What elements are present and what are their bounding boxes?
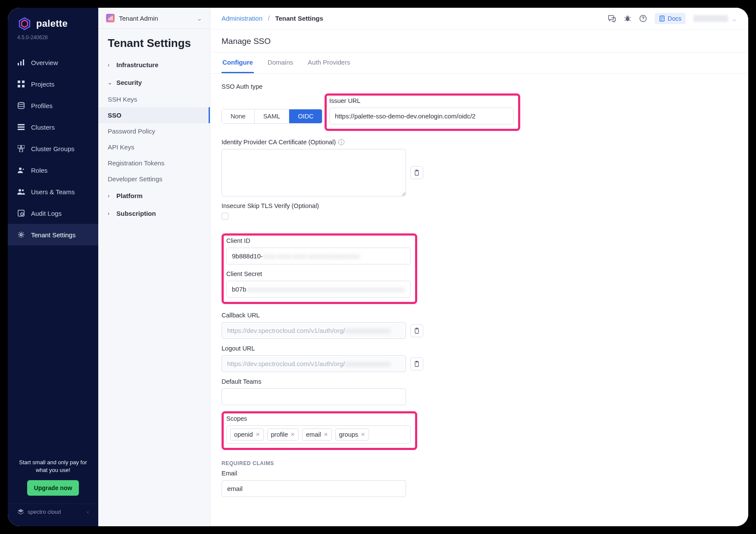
default-teams-label: Default Teams <box>222 378 737 385</box>
chart-icon <box>17 59 25 66</box>
chevron-left-icon: ‹ <box>87 509 89 515</box>
chevron-down-icon: ⌄ <box>731 15 737 23</box>
docs-link[interactable]: Docs <box>655 13 686 24</box>
scopes-label: Scopes <box>226 415 411 422</box>
copy-ca-button[interactable] <box>410 166 423 179</box>
auth-type-none[interactable]: None <box>222 109 255 123</box>
chat-icon[interactable] <box>607 14 616 23</box>
tenant-scope-selector[interactable]: Tenant Admin ⌄ <box>98 8 210 29</box>
main-content: Administration / Tenant Settings Docs ⌄ … <box>210 8 748 526</box>
security-api-keys[interactable]: API Keys <box>98 139 210 155</box>
copy-callback-button[interactable] <box>410 324 423 337</box>
client-secret-label: Client Secret <box>226 270 411 277</box>
svg-point-19 <box>22 189 24 191</box>
footer-brand-label: spectro cloud <box>28 509 61 515</box>
nav-tenant-settings[interactable]: Tenant Settings <box>8 224 98 245</box>
nav-label: Users & Teams <box>31 188 75 196</box>
svg-point-28 <box>643 20 644 21</box>
database-icon <box>17 102 25 109</box>
nav-clusters[interactable]: Clusters <box>8 116 98 138</box>
client-id-label: Client ID <box>226 237 411 244</box>
user-menu[interactable]: ⌄ <box>694 15 737 23</box>
nav-projects[interactable]: Projects <box>8 73 98 95</box>
nav-profiles[interactable]: Profiles <box>8 95 98 116</box>
copy-logout-button[interactable] <box>410 357 423 370</box>
security-developer-settings[interactable]: Developer Settings <box>98 171 210 187</box>
svg-point-26 <box>626 17 629 21</box>
section-platform[interactable]: ›Platform <box>98 187 210 205</box>
section-subscription[interactable]: ›Subscription <box>98 205 210 222</box>
primary-nav: Overview Projects Profiles Clusters Clus… <box>8 52 98 245</box>
info-icon[interactable]: i <box>338 139 344 145</box>
scope-tag: groups✕ <box>335 428 369 441</box>
settings-sidebar: Tenant Admin ⌄ Tenant Settings ›Infrastr… <box>98 8 210 526</box>
issuer-url-input[interactable] <box>329 108 514 124</box>
email-claim-input[interactable] <box>222 480 406 497</box>
brand-logo: palette <box>8 15 98 34</box>
svg-rect-7 <box>18 85 20 87</box>
remove-tag-icon[interactable]: ✕ <box>361 432 365 438</box>
security-password-policy[interactable]: Password Policy <box>98 123 210 139</box>
logout-url-input[interactable]: https://dev.spectrocloud.com/v1/auth/org… <box>222 355 406 372</box>
callback-url-input[interactable]: https://dev.spectrocloud.com/v1/auth/org… <box>222 322 406 339</box>
upgrade-button[interactable]: Upgrade now <box>27 480 79 496</box>
remove-tag-icon[interactable]: ✕ <box>324 432 328 438</box>
remove-tag-icon[interactable]: ✕ <box>256 432 260 438</box>
svg-rect-25 <box>112 16 112 20</box>
client-secret-input[interactable]: b07bxxxxxxxxxxxxxxxxxxxxxxxxxxxxxxxxxxxx… <box>226 281 411 298</box>
svg-point-9 <box>18 102 24 105</box>
footer-brand[interactable]: spectro cloud ‹ <box>8 503 98 519</box>
nav-label: Clusters <box>31 124 55 131</box>
client-id-input[interactable]: 9b888d10-xxxx-xxxx-xxxx-xxxxxxxxxxxxxxxx <box>226 248 411 264</box>
highlight-scopes: Scopes openid✕ profile✕ email✕ groups✕ <box>222 411 417 450</box>
svg-point-16 <box>19 168 22 170</box>
nav-overview[interactable]: Overview <box>8 52 98 73</box>
issuer-label: Issuer URL <box>329 97 514 104</box>
highlight-issuer: Issuer URL <box>325 93 520 131</box>
section-security[interactable]: ⌄Security <box>98 74 210 91</box>
tab-auth-providers[interactable]: Auth Providers <box>307 53 351 73</box>
section-infrastructure[interactable]: ›Infrastructure <box>98 56 210 74</box>
auth-type-saml[interactable]: SAML <box>255 109 290 123</box>
auth-type-label: SSO Auth type <box>222 83 737 90</box>
help-icon[interactable] <box>639 15 647 22</box>
security-sso[interactable]: SSO <box>98 107 210 123</box>
tab-domains[interactable]: Domains <box>267 53 294 73</box>
nav-audit-logs[interactable]: Audit Logs <box>8 202 98 224</box>
nav-users-teams[interactable]: Users & Teams <box>8 181 98 202</box>
person-icon <box>17 166 25 174</box>
ca-cert-input[interactable] <box>222 149 406 196</box>
security-ssh-keys[interactable]: SSH Keys <box>98 91 210 107</box>
svg-rect-15 <box>20 149 23 152</box>
gear-icon <box>17 231 25 239</box>
auth-type-oidc[interactable]: OIDC <box>289 109 322 123</box>
tls-skip-checkbox[interactable] <box>222 213 228 220</box>
bug-icon[interactable] <box>624 15 631 22</box>
app-version: 4.5.0-240628 <box>8 34 98 47</box>
tab-configure[interactable]: Configure <box>222 53 254 73</box>
page-title: Manage SSO <box>210 30 748 53</box>
default-teams-input[interactable] <box>222 388 406 405</box>
chevron-right-icon: › <box>108 62 112 68</box>
highlight-client: Client ID 9b888d10-xxxx-xxxx-xxxx-xxxxxx… <box>222 233 417 304</box>
svg-rect-11 <box>18 127 25 128</box>
auth-type-segment: None SAML OIDC <box>222 109 322 124</box>
breadcrumb: Administration / Tenant Settings <box>222 15 323 22</box>
tenant-scope-label: Tenant Admin <box>119 15 158 22</box>
nav-label: Roles <box>31 167 47 174</box>
svg-rect-5 <box>18 81 20 83</box>
nav-label: Profiles <box>31 102 53 109</box>
remove-tag-icon[interactable]: ✕ <box>291 432 295 438</box>
nav-cluster-groups[interactable]: Cluster Groups <box>8 138 98 159</box>
nav-roles[interactable]: Roles <box>8 159 98 181</box>
tenant-badge-icon <box>106 14 115 22</box>
security-registration-tokens[interactable]: Registration Tokens <box>98 155 210 171</box>
svg-rect-37 <box>415 362 419 366</box>
settings-title: Tenant Settings <box>98 29 210 56</box>
scopes-input[interactable]: openid✕ profile✕ email✕ groups✕ <box>226 425 411 444</box>
nav-label: Audit Logs <box>31 210 62 217</box>
sso-tabs: Configure Domains Auth Providers <box>210 53 748 74</box>
svg-rect-2 <box>18 63 19 65</box>
svg-point-21 <box>21 213 23 215</box>
breadcrumb-root[interactable]: Administration <box>222 15 262 22</box>
